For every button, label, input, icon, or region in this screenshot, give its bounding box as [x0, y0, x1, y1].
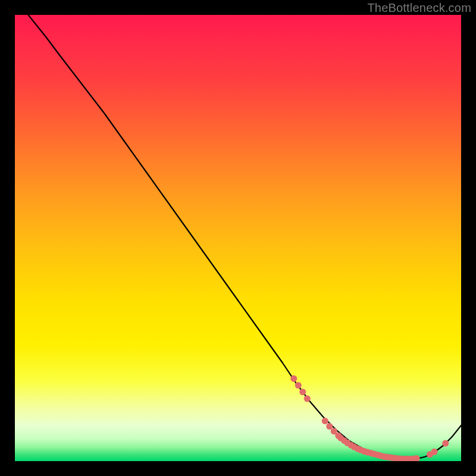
data-marker	[431, 449, 438, 455]
bottleneck-curve	[29, 15, 462, 459]
data-marker	[322, 418, 328, 424]
data-marker	[295, 382, 302, 389]
watermark-label: TheBottleneck.com	[367, 1, 471, 15]
chart-svg	[15, 15, 461, 461]
chart-frame: TheBottleneck.com	[0, 0, 476, 476]
data-marker	[290, 375, 297, 382]
data-marker	[442, 440, 449, 447]
data-marker	[304, 396, 311, 402]
chart-plot-area	[15, 15, 461, 461]
data-marker	[299, 389, 306, 395]
data-marker	[326, 423, 333, 430]
